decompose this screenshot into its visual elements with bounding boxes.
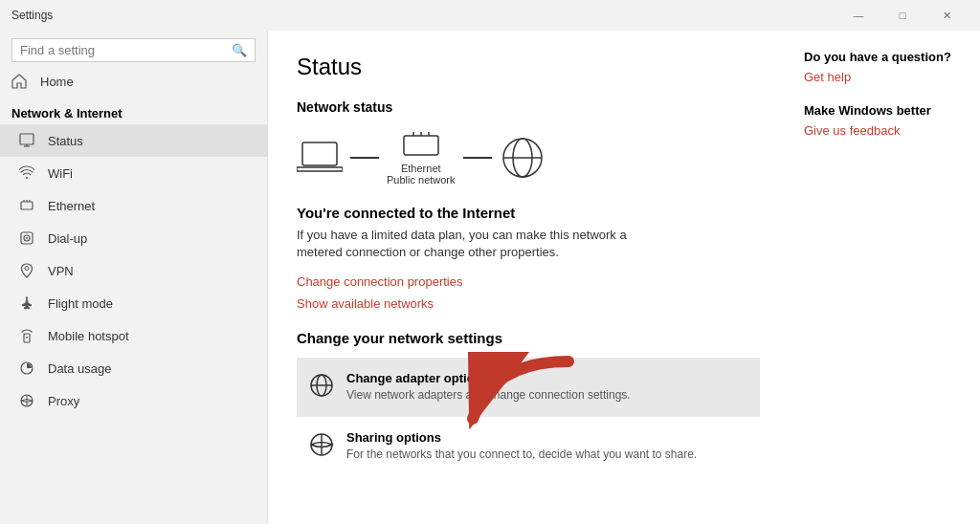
vpn-label: VPN <box>48 264 74 278</box>
sharing-icon <box>308 431 335 458</box>
ethernet-device-icon <box>402 130 440 161</box>
sidebar-item-mobilehotspot[interactable]: Mobile hotspot <box>0 319 267 352</box>
vpn-icon <box>19 263 38 278</box>
change-adapter-item[interactable]: Change adapter options View network adap… <box>297 358 760 417</box>
change-section-title: Change your network settings <box>297 330 760 346</box>
maximize-button[interactable]: □ <box>880 0 924 31</box>
flightmode-label: Flight mode <box>48 296 113 311</box>
proxy-icon <box>19 393 38 408</box>
sidebar-item-proxy[interactable]: Proxy <box>0 384 267 417</box>
sidebar: 🔍 Home Network & Internet <box>0 31 268 524</box>
svg-rect-16 <box>302 142 337 165</box>
sharing-title: Sharing options <box>346 430 697 445</box>
search-icon: 🔍 <box>232 43 247 57</box>
right-panel: Do you have a question? Get help Make Wi… <box>789 31 980 524</box>
show-networks-link[interactable]: Show available networks <box>297 296 760 311</box>
line2 <box>463 157 492 159</box>
ethernet-device-wrap: Ethernet Public network <box>387 130 456 186</box>
dialup-label: Dial-up <box>48 231 87 246</box>
question-title: Do you have a question? <box>804 50 965 64</box>
connected-text: You're connected to the Internet <box>297 205 760 221</box>
sharing-desc: For the networks that you connect to, de… <box>346 448 697 463</box>
ethernet-device-label: Ethernet Public network <box>387 163 456 186</box>
svg-rect-17 <box>297 167 343 171</box>
svg-rect-18 <box>404 136 438 155</box>
hotspot-icon <box>19 328 38 343</box>
get-help-link[interactable]: Get help <box>804 70 965 84</box>
laptop-icon-wrap <box>297 141 343 175</box>
adapter-title: Change adapter options <box>346 371 631 385</box>
sidebar-item-vpn[interactable]: VPN <box>0 254 267 287</box>
sharing-text: Sharing options For the networks that yo… <box>346 430 697 463</box>
globe-icon <box>500 135 546 181</box>
laptop-icon <box>297 141 343 175</box>
section-label: Network & Internet <box>0 97 267 124</box>
wifi-label: WiFi <box>48 166 73 181</box>
search-input[interactable] <box>20 43 226 57</box>
sidebar-item-flightmode[interactable]: Flight mode <box>0 287 267 319</box>
line1 <box>350 157 379 159</box>
svg-rect-3 <box>21 202 33 209</box>
home-label: Home <box>40 75 74 89</box>
connected-desc: If you have a limited data plan, you can… <box>297 227 660 261</box>
ethernet-icon <box>19 198 38 213</box>
minimize-button[interactable]: — <box>836 0 880 31</box>
wifi-icon <box>19 165 38 181</box>
sidebar-item-datausage[interactable]: Data usage <box>0 352 267 384</box>
mobilehotspot-label: Mobile hotspot <box>48 329 129 343</box>
globe-icon-wrap <box>500 135 546 181</box>
home-nav-item[interactable]: Home <box>0 66 267 97</box>
proxy-label: Proxy <box>48 394 79 408</box>
adapter-icon <box>308 372 335 399</box>
sidebar-item-status[interactable]: Status <box>0 124 267 157</box>
sidebar-item-dialup[interactable]: Dial-up <box>0 222 267 254</box>
data-icon <box>19 360 38 376</box>
content-area: 🔍 Home Network & Internet <box>0 31 980 524</box>
datausage-label: Data usage <box>48 361 112 376</box>
flight-icon <box>19 295 38 311</box>
svg-point-9 <box>26 237 28 239</box>
network-diagram: Ethernet Public network <box>297 130 760 186</box>
home-icon <box>11 74 31 89</box>
titlebar-controls: — □ ✕ <box>836 0 969 31</box>
adapter-text: Change adapter options View network adap… <box>346 371 631 404</box>
network-status-title: Network status <box>297 99 760 115</box>
svg-point-12 <box>26 337 28 338</box>
question-section: Do you have a question? Get help <box>804 50 965 84</box>
titlebar: Settings — □ ✕ <box>0 0 980 31</box>
page-title: Status <box>297 54 760 80</box>
main-content: Status Network status <box>268 31 789 524</box>
close-button[interactable]: ✕ <box>924 0 969 31</box>
windows-title: Make Windows better <box>804 103 965 118</box>
change-connection-link[interactable]: Change connection properties <box>297 274 760 289</box>
sidebar-item-wifi[interactable]: WiFi <box>0 157 267 189</box>
settings-window: Settings — □ ✕ 🔍 Home Network & Internet <box>0 0 980 524</box>
status-icon <box>19 133 38 148</box>
sharing-options-item[interactable]: Sharing options For the networks that yo… <box>297 417 760 476</box>
search-box[interactable]: 🔍 <box>11 38 256 62</box>
dialup-icon <box>19 230 38 246</box>
svg-rect-0 <box>20 134 33 144</box>
svg-point-10 <box>25 267 29 271</box>
give-feedback-link[interactable]: Give us feedback <box>804 123 965 138</box>
titlebar-title: Settings <box>11 9 53 22</box>
status-label: Status <box>48 134 83 148</box>
sidebar-item-ethernet[interactable]: Ethernet <box>0 189 267 222</box>
ethernet-label: Ethernet <box>48 199 95 213</box>
adapter-desc: View network adapters and change connect… <box>346 388 631 404</box>
windows-better-section: Make Windows better Give us feedback <box>804 103 965 138</box>
